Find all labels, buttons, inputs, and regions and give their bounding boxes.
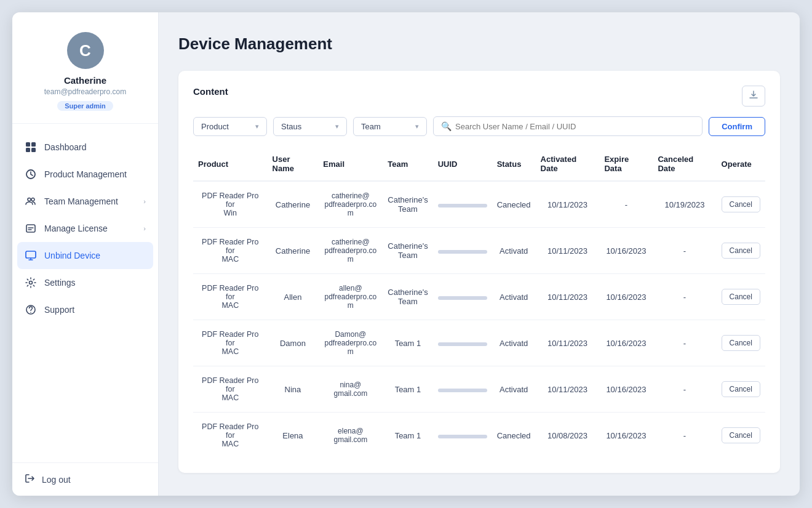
cell-status: Canecled	[492, 413, 536, 459]
table-row: PDF Reader Pro for Win Catherine catheri…	[193, 181, 765, 228]
search-input[interactable]	[455, 122, 695, 131]
cell-operate: Cancel	[717, 274, 765, 320]
section-label: Content	[193, 86, 228, 97]
sidebar-item-dashboard[interactable]: Dashboard	[12, 134, 158, 161]
chevron-down-icon: ▾	[335, 123, 339, 131]
product-icon	[25, 168, 37, 180]
logout-icon	[25, 473, 36, 486]
cell-team: Team 1	[383, 320, 432, 366]
profile-name: Catherine	[64, 75, 106, 86]
cell-activated-date: 10/11/2023	[536, 181, 600, 228]
filter-row: Product ▾ Staus ▾ Team ▾ 🔍 Confirm	[193, 116, 765, 136]
col-product: Product	[193, 148, 268, 181]
col-email: Email	[318, 148, 383, 181]
cell-operate: Cancel	[717, 181, 765, 228]
status-filter[interactable]: Staus ▾	[273, 117, 347, 136]
cell-expire-data: 10/16/2023	[599, 274, 653, 320]
cell-canceled-date: -	[653, 274, 716, 320]
cell-operate: Cancel	[717, 366, 765, 413]
cell-activated-date: 10/08/2023	[536, 413, 600, 459]
cell-activated-date: 10/11/2023	[536, 228, 600, 274]
sidebar-item-support[interactable]: Support	[12, 296, 158, 323]
sidebar-item-unbind-device[interactable]: Unbind Device	[17, 242, 153, 269]
cancel-button[interactable]: Cancel	[722, 427, 760, 443]
cell-email: Damon@pdfreaderpro.com	[318, 320, 383, 366]
cell-email: catherine@pdfreaderpro.com	[318, 181, 383, 228]
cell-uuid	[433, 366, 492, 413]
sidebar-item-manage-license[interactable]: Manage License ›	[12, 215, 158, 242]
sidebar-item-label: Settings	[44, 278, 76, 288]
search-box: 🔍	[433, 116, 703, 136]
cell-operate: Cancel	[717, 413, 765, 459]
status-filter-label: Staus	[281, 122, 301, 131]
table-row: PDF Reader Pro for MAC Catherine catheri…	[193, 228, 765, 274]
sidebar-item-settings[interactable]: Settings	[12, 269, 158, 296]
cell-expire-data: -	[599, 181, 653, 228]
sidebar-item-product-management[interactable]: Product Management	[12, 161, 158, 188]
cell-team: Team 1	[383, 366, 432, 413]
cancel-button[interactable]: Cancel	[722, 289, 760, 305]
cell-team: Catherine'sTeam	[383, 181, 432, 228]
main-content: Device Management Content Product ▾ Stau…	[159, 12, 800, 496]
sidebar-item-label: Manage License	[44, 224, 108, 233]
team-filter[interactable]: Team ▾	[353, 117, 427, 136]
svg-rect-0	[26, 142, 30, 147]
table-row: PDF Reader Pro for MAC Damon Damon@pdfre…	[193, 320, 765, 366]
cell-activated-date: 10/11/2023	[536, 366, 600, 413]
cell-product: PDF Reader Pro for MAC	[193, 413, 268, 459]
cell-username: Nina	[268, 366, 319, 413]
sidebar-item-team-management[interactable]: Team Management ›	[12, 188, 158, 215]
product-filter-label: Product	[201, 122, 229, 131]
cell-uuid	[433, 274, 492, 320]
team-filter-label: Team	[361, 122, 381, 131]
team-icon	[25, 195, 37, 208]
svg-rect-7	[26, 225, 35, 232]
cell-email: elena@gmail.com	[318, 413, 383, 459]
cell-canceled-date: -	[653, 413, 716, 459]
settings-icon	[25, 276, 37, 289]
logout-button[interactable]: Log out	[25, 473, 146, 486]
avatar: C	[67, 32, 104, 69]
cell-activated-date: 10/11/2023	[536, 274, 600, 320]
cell-canceled-date: 10/19/2023	[653, 181, 716, 228]
page-title: Device Management	[178, 34, 332, 54]
download-button[interactable]	[742, 86, 765, 107]
cell-expire-data: 10/16/2023	[599, 413, 653, 459]
cancel-button[interactable]: Cancel	[722, 335, 760, 351]
product-filter[interactable]: Product ▾	[193, 117, 267, 136]
cell-team: Catherine'sTeam	[383, 274, 432, 320]
cell-canceled-date: -	[653, 320, 716, 366]
col-operate: Operate	[717, 148, 765, 181]
col-username: User Name	[268, 148, 319, 181]
dashboard-icon	[25, 141, 37, 153]
cell-username: Catherine	[268, 181, 319, 228]
cell-product: PDF Reader Pro for MAC	[193, 228, 268, 274]
logout-label: Log out	[42, 475, 71, 485]
cancel-button[interactable]: Cancel	[722, 381, 760, 397]
col-team: Team	[383, 148, 432, 181]
chevron-right-icon: ›	[143, 198, 146, 205]
cancel-button[interactable]: Cancel	[722, 243, 760, 259]
sidebar-footer: Log out	[12, 462, 158, 496]
chevron-right-icon: ›	[143, 225, 146, 232]
cell-expire-data: 10/16/2023	[599, 228, 653, 274]
confirm-button[interactable]: Confirm	[709, 117, 765, 136]
cell-status: Canecled	[492, 181, 536, 228]
sidebar-nav: Dashboard Product Management Team Manage…	[12, 124, 158, 462]
svg-point-9	[30, 281, 33, 284]
cell-operate: Cancel	[717, 320, 765, 366]
svg-rect-2	[26, 148, 30, 152]
svg-rect-8	[26, 251, 36, 258]
support-icon	[25, 304, 37, 316]
col-uuid: UUID	[433, 148, 492, 181]
cell-username: Elena	[268, 413, 319, 459]
sidebar-item-label: Dashboard	[44, 142, 87, 152]
role-badge: Super admin	[57, 101, 113, 111]
table-row: PDF Reader Pro for MAC Elena elena@gmail…	[193, 413, 765, 459]
search-icon: 🔍	[441, 121, 452, 131]
cell-team: Catherine'sTeam	[383, 228, 432, 274]
monitor-icon	[25, 249, 37, 262]
col-activated-date: Activated Date	[536, 148, 600, 181]
cancel-button[interactable]: Cancel	[722, 196, 760, 212]
svg-rect-3	[31, 148, 36, 152]
